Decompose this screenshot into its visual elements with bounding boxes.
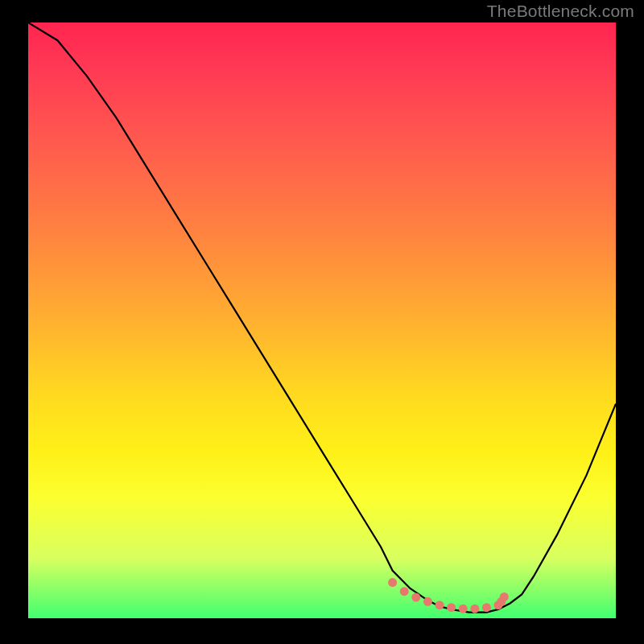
watermark-text: TheBottleneck.com — [487, 2, 634, 21]
marker-dot — [470, 605, 479, 613]
marker-dot — [423, 597, 432, 606]
chart-container: TheBottleneck.com — [0, 0, 644, 644]
chart-svg — [28, 23, 616, 618]
bottleneck-curve — [28, 23, 616, 613]
marker-dot — [447, 603, 456, 612]
marker-dot — [411, 593, 420, 602]
marker-dot — [388, 578, 397, 587]
marker-dot — [436, 601, 444, 609]
plot-area — [28, 23, 616, 618]
marker-dot — [459, 605, 468, 613]
marker-dot — [482, 603, 491, 612]
marker-dot — [500, 592, 509, 601]
marker-dot — [400, 587, 409, 596]
